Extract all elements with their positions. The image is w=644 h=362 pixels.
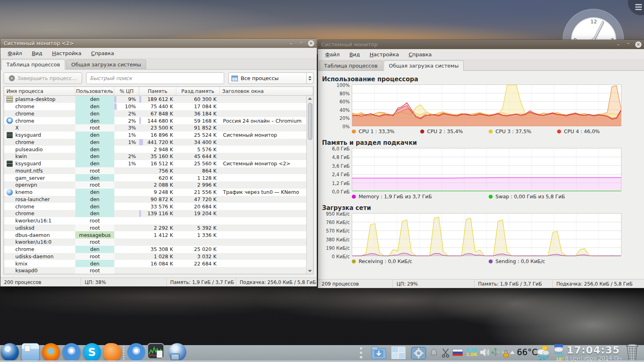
process-row[interactable]: chromeden35 308 K25 020 K <box>4 246 313 253</box>
menu-item[interactable]: Настройка <box>47 50 86 56</box>
tab-inactive[interactable]: Таблица процессов <box>319 61 383 70</box>
process-row[interactable]: dbus-daemonmessagebus1 412 K1 336 K <box>4 231 313 239</box>
launcher-file-manager[interactable] <box>21 343 39 361</box>
minimize-button[interactable]: – <box>288 40 294 47</box>
process-row[interactable]: chromeden2%144 680 K59 168 KРоссия 24 он… <box>4 117 313 124</box>
process-row[interactable]: openvpnroot2 088 K2 996 K <box>4 181 313 189</box>
process-row[interactable]: ksysguardden1%16 896 K25 524 KСистемный … <box>4 132 313 139</box>
network-signal-icon[interactable] <box>491 348 500 357</box>
legend-item: Memory : 1,9 ГиБ из 3,7 ГиБ <box>352 193 489 200</box>
process-row[interactable]: rosa-launcherden90 872 K47 720 K <box>4 196 313 203</box>
tray-expander[interactable] <box>510 351 515 354</box>
process-row[interactable]: gam_serverden620 K1 128 K <box>4 174 313 181</box>
menu-item[interactable]: Справка <box>86 50 119 56</box>
process-toolbar: ✕ Завершить процесс... Все процессы <box>0 70 317 86</box>
status-cell: ЦП: 29% <box>393 280 475 288</box>
column-header[interactable]: Память <box>139 87 176 95</box>
tab-active[interactable]: Общая загрузка системы <box>384 60 464 71</box>
status-cell: Память: 1,9 ГиБ / 3,7 ГиБ <box>167 278 236 286</box>
downloads-folder-icon[interactable] <box>371 346 386 360</box>
process-row[interactable]: kworker/u16:1root <box>4 217 313 224</box>
column-header[interactable]: % ЦП <box>114 87 139 95</box>
status-cell: ЦП: 38% <box>81 278 166 286</box>
menu-item[interactable]: Справка <box>404 51 436 58</box>
tab-bar: Таблица процессовОбщая загрузка системы <box>318 60 644 71</box>
menu-item[interactable]: Вид <box>27 50 47 56</box>
gear-package-icon[interactable] <box>411 346 427 360</box>
minimize-button[interactable]: – <box>615 41 621 48</box>
column-header[interactable]: Пользователь <box>75 87 114 95</box>
maximize-button[interactable]: ⌃ <box>625 41 632 48</box>
process-row[interactable]: kworker/u16:0root <box>4 239 313 246</box>
task-web-globe[interactable] <box>168 345 187 362</box>
ksysguard-icon <box>6 132 13 138</box>
process-row[interactable]: mount.ntfsroot756 K864 K <box>4 167 313 175</box>
process-row[interactable]: ksysguardden1%16 512 K25 560 KСистемный … <box>4 160 313 167</box>
process-row[interactable]: kswapd0root <box>4 267 313 274</box>
temperature-indicator[interactable]: 66°C <box>517 348 538 357</box>
process-row[interactable]: udisksdroot2 292 K5 392 K <box>4 224 313 232</box>
process-row[interactable]: kmixden16 084 K22 684 K <box>4 260 313 267</box>
legend-dot <box>489 259 493 263</box>
column-header[interactable]: Разд.память <box>176 87 220 95</box>
chromium-icon <box>6 117 13 124</box>
process-row[interactable]: kwinden2%35 160 K45 644 K <box>4 153 313 160</box>
close-button[interactable]: ✕ <box>635 41 642 48</box>
close-button[interactable]: ✕ <box>308 40 314 47</box>
titlebar[interactable]: Системный монитор – ⌃ ✕ <box>318 40 644 49</box>
y-axis-label: 100% <box>323 82 350 88</box>
keyboard-layout-flag[interactable] <box>452 349 463 356</box>
launcher-chromium[interactable] <box>62 343 80 361</box>
menu-item[interactable]: Вид <box>345 51 365 58</box>
process-row[interactable]: chromeden2%67 848 K36 184 K <box>4 110 313 117</box>
process-row[interactable]: udisks-daemonroot1 028 K3 032 K <box>4 253 313 260</box>
net-traffic-text[interactable]: 0.4K1.0K <box>466 348 477 357</box>
column-header[interactable]: Имя процесса <box>4 87 75 95</box>
tab-active[interactable]: Таблица процессов <box>1 59 65 70</box>
digital-clock[interactable]: 17:04:35 8 сентября 2014-Пн <box>564 345 623 362</box>
maximize-button[interactable]: ⌃ <box>298 40 304 47</box>
vpn-lock-icon[interactable] <box>500 347 510 358</box>
launcher-rosa-menu[interactable] <box>1 343 19 361</box>
bell-icon[interactable] <box>430 348 438 357</box>
process-row[interactable]: chromeden10%75 440 K17 084 K <box>4 103 313 110</box>
launcher-clementine[interactable] <box>103 343 122 361</box>
launcher-skype[interactable]: S <box>83 343 101 361</box>
process-filter-combobox[interactable]: Все процессы <box>228 72 314 84</box>
process-row[interactable]: Xroot3%23 500 K91 852 K <box>4 124 313 132</box>
process-row[interactable]: pulseaudioden2 948 K5 576 K <box>4 146 313 153</box>
process-row[interactable]: chromeden1%441 720 K34 400 K <box>4 139 313 146</box>
titlebar[interactable]: Системный монитор <2> – ⌃ ✕ <box>0 39 317 48</box>
menu-item[interactable]: Настройка <box>365 51 404 58</box>
quick-search-input[interactable] <box>86 72 224 84</box>
volume-icon[interactable] <box>480 348 490 357</box>
trash-widget[interactable] <box>624 343 641 362</box>
y-axis-label: 570 КиБ/с <box>323 228 350 234</box>
menu-item[interactable]: Файл <box>3 50 27 56</box>
process-row[interactable]: knemoden9 248 K21 556 KТрафик через tun0… <box>4 189 313 196</box>
chart-section: Использование процессора100%80%60%40%20%… <box>322 76 644 134</box>
panel-separator <box>123 346 124 360</box>
process-row[interactable]: chromeden139 116 K19 204 K <box>4 210 313 217</box>
window-system-monitor-2: Системный монитор <2> – ⌃ ✕ ФайлВидНастр… <box>0 38 317 287</box>
chart-title: Загрузка сети <box>322 204 644 212</box>
y-axis-label: 950 КиБ/с <box>323 211 350 217</box>
process-row[interactable]: plasma-desktopden9%189 612 K60 300 K <box>4 96 313 103</box>
spinner-arrows[interactable] <box>306 73 313 84</box>
process-row[interactable]: chromeden33 576 K20 684 K <box>4 203 313 210</box>
chart-title: Использование процессора <box>322 76 644 83</box>
vertical-scrollbar[interactable] <box>306 96 313 274</box>
window-title: Системный монитор <2> <box>4 40 74 46</box>
task-ksysguard[interactable] <box>147 345 166 362</box>
scissors-icon[interactable] <box>441 348 450 358</box>
launcher-firefox[interactable] <box>42 343 60 361</box>
menu-item[interactable]: Файл <box>320 51 345 58</box>
tab-inactive[interactable]: Общая загрузка системы <box>66 60 146 69</box>
menubar: ФайлВидНастройкаСправка <box>318 49 644 60</box>
panel-edge <box>0 360 644 362</box>
window-grid-icon[interactable] <box>391 346 406 359</box>
task-chromium[interactable] <box>127 345 146 362</box>
pager-widget[interactable] <box>359 345 363 360</box>
kill-process-button[interactable]: ✕ Завершить процесс... <box>4 72 82 84</box>
column-header[interactable]: Заголовок окна <box>220 87 313 95</box>
